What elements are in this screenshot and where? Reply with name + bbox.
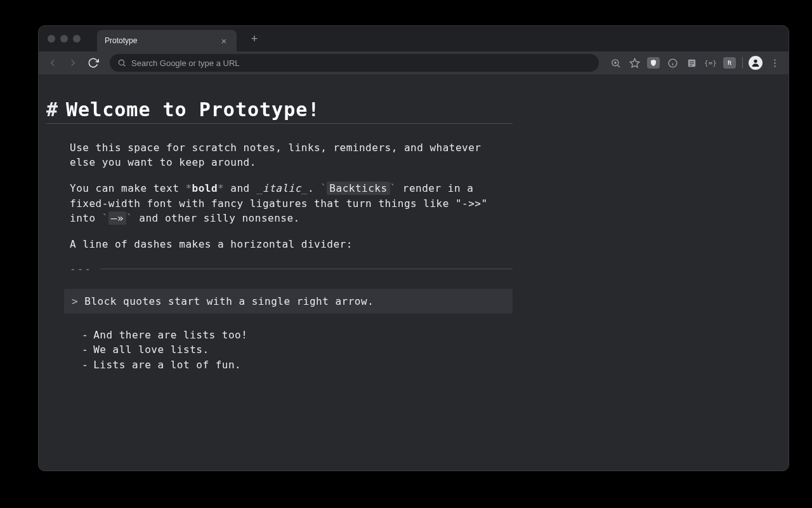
search-icon — [117, 58, 126, 67]
horizontal-rule[interactable]: --- — [70, 263, 513, 275]
blockquote[interactable]: > Block quotes start with a single right… — [64, 289, 513, 314]
reader-icon — [686, 58, 697, 69]
address-bar[interactable] — [110, 54, 599, 72]
arrow-right-icon — [67, 57, 79, 69]
close-tab-button[interactable]: × — [219, 36, 229, 46]
bullet-list[interactable]: - And there are lists too! - We all love… — [82, 328, 513, 372]
svg-rect-5 — [689, 61, 693, 62]
list-item[interactable]: - We all love lists. — [82, 342, 513, 357]
inline-code: —» — [108, 211, 126, 225]
hr-marker: --- — [70, 263, 92, 275]
svg-point-11 — [774, 65, 775, 67]
code-marker: ` — [320, 182, 327, 194]
window-controls — [45, 35, 86, 43]
paragraph[interactable]: Use this space for scratch notes, links,… — [70, 140, 513, 170]
browser-tab[interactable]: Prototype × — [97, 30, 237, 51]
document-editor[interactable]: # Welcome to Prototype! Use this space f… — [46, 98, 513, 372]
bookmark-button[interactable] — [625, 54, 643, 72]
hr-line-icon — [100, 269, 513, 269]
toolbar-divider — [742, 57, 743, 69]
bold-marker: * — [218, 182, 224, 194]
window-minimize-button[interactable] — [60, 35, 68, 43]
tab-strip: Prototype × + — [39, 26, 789, 51]
toolbar-actions: {=} ft — [606, 54, 783, 72]
avatar-icon — [749, 56, 763, 70]
paragraph[interactable]: A line of dashes makes a horizontal divi… — [70, 237, 513, 251]
extension-reader[interactable] — [683, 54, 700, 72]
svg-point-9 — [774, 59, 775, 60]
zoom-button[interactable] — [606, 54, 624, 72]
arrow-left-icon — [47, 57, 58, 69]
paragraph[interactable]: You can make text *bold* and _italic_. `… — [70, 181, 513, 225]
list-item-text: We all love lists. — [93, 342, 209, 357]
browser-window: Prototype × + — [38, 25, 789, 471]
reload-icon — [88, 57, 99, 69]
list-item[interactable]: - Lists are a lot of fun. — [82, 358, 513, 372]
bold-marker: * — [185, 182, 192, 194]
svg-point-10 — [774, 62, 775, 64]
new-tab-button[interactable]: + — [246, 30, 263, 48]
heading-1[interactable]: # Welcome to Prototype! — [46, 98, 513, 124]
code-marker: ` — [126, 212, 133, 224]
svg-rect-6 — [689, 63, 693, 64]
extension-ft[interactable]: ft — [721, 54, 738, 72]
blockquote-text: Block quotes start with a single right a… — [84, 295, 374, 307]
ft-icon: ft — [723, 57, 736, 69]
italic-marker: _ — [256, 182, 263, 194]
tab-title: Prototype — [105, 36, 214, 45]
profile-button[interactable] — [747, 54, 764, 72]
extension-ublock[interactable] — [645, 54, 662, 72]
blockquote-marker: > — [72, 295, 78, 307]
kebab-icon — [769, 58, 780, 69]
window-maximize-button[interactable] — [73, 35, 81, 43]
list-marker: - — [82, 328, 88, 342]
page-content[interactable]: # Welcome to Prototype! Use this space f… — [39, 74, 789, 471]
reload-button[interactable] — [84, 54, 102, 72]
zoom-in-icon — [610, 58, 621, 69]
list-item-text: Lists are a lot of fun. — [93, 358, 241, 372]
extension-braces[interactable]: {=} — [702, 54, 719, 72]
shield-icon — [647, 57, 660, 69]
svg-point-8 — [754, 60, 757, 63]
heading-marker: # — [46, 98, 58, 121]
menu-button[interactable] — [766, 54, 783, 72]
svg-rect-7 — [689, 65, 691, 65]
code-marker: ` — [102, 212, 108, 224]
back-button[interactable] — [44, 54, 62, 72]
list-marker: - — [82, 342, 88, 357]
heading-text: Welcome to Prototype! — [66, 98, 320, 121]
extension-info[interactable] — [664, 54, 681, 72]
list-item-text: And there are lists too! — [93, 328, 247, 342]
window-close-button[interactable] — [48, 35, 55, 43]
svg-point-0 — [119, 60, 124, 65]
browser-toolbar: {=} ft — [39, 51, 789, 74]
italic-marker: _ — [301, 182, 308, 194]
list-item[interactable]: - And there are lists too! — [82, 328, 513, 342]
list-marker: - — [82, 358, 88, 372]
inline-code: Backticks — [327, 182, 390, 195]
svg-marker-2 — [630, 58, 639, 67]
omnibox-input[interactable] — [131, 58, 591, 68]
info-icon — [667, 58, 678, 69]
braces-icon: {=} — [704, 59, 717, 67]
forward-button[interactable] — [64, 54, 82, 72]
italic-text: italic — [263, 182, 301, 194]
star-icon — [629, 58, 640, 69]
code-marker: ` — [390, 182, 396, 194]
bold-text: bold — [192, 182, 218, 194]
